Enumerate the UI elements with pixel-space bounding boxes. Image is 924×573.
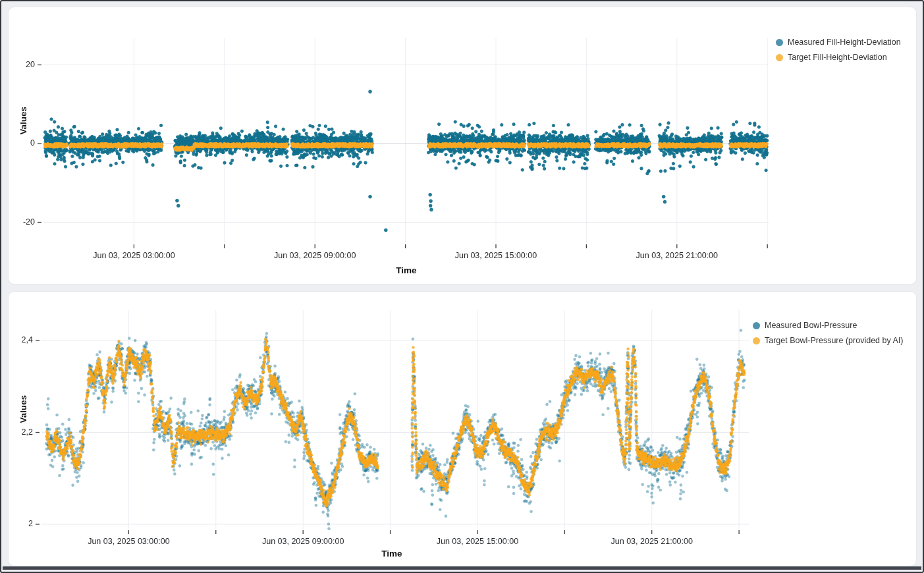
legend-item-target[interactable]: Target Bowl-Pressure (provided by AI): [753, 336, 904, 345]
bowl-pressure-chart-card: Jun 03, 2025 03:00:00Jun 03, 2025 09:00:…: [8, 291, 917, 566]
legend-item-measured[interactable]: Measured Bowl-Pressure: [753, 321, 904, 330]
x-tick-label: Jun 03, 2025 21:00:00: [636, 251, 718, 260]
legend: Measured Bowl-Pressure Target Bowl-Press…: [753, 321, 904, 345]
x-tick-label: Jun 03, 2025 09:00:00: [262, 537, 344, 546]
legend-marker-icon: [753, 337, 760, 344]
legend-label: Measured Bowl-Pressure: [765, 321, 857, 330]
x-tick-label: Jun 03, 2025 03:00:00: [88, 537, 169, 546]
legend-item-measured[interactable]: Measured Fill-Height-Deviation: [776, 38, 901, 47]
x-tick-label: Jun 03, 2025 15:00:00: [455, 251, 537, 260]
x-tick-label: Jun 03, 2025 15:00:00: [437, 537, 518, 546]
y-axis-title: Values: [18, 107, 28, 134]
y-tick-label: 2: [8, 519, 33, 528]
window-bottom-edge: [3, 566, 921, 570]
legend: Measured Fill-Height-Deviation Target Fi…: [776, 38, 901, 62]
legend-item-target[interactable]: Target Fill-Height-Deviation: [776, 53, 901, 62]
legend-marker-icon: [776, 54, 783, 61]
legend-marker-icon: [776, 39, 783, 46]
y-tick-label: 20: [8, 60, 35, 69]
x-tick-label: Jun 03, 2025 03:00:00: [93, 251, 175, 260]
x-axis-title: Time: [381, 549, 402, 559]
y-tick-label: 2,2: [8, 427, 33, 437]
x-tick-label: Jun 03, 2025 21:00:00: [611, 537, 693, 546]
x-tick-label: Jun 03, 2025 09:00:00: [274, 251, 356, 260]
legend-marker-icon: [753, 322, 760, 329]
legend-label: Target Fill-Height-Deviation: [788, 53, 887, 62]
y-tick-label: -20: [8, 217, 35, 227]
x-axis-title: Time: [396, 265, 416, 275]
y-tick-label: 0: [8, 138, 35, 148]
legend-label: Measured Fill-Height-Deviation: [788, 38, 901, 47]
y-tick-label: 2,4: [8, 335, 33, 344]
y-axis-title: Values: [18, 395, 28, 423]
fill-height-deviation-chart-card: Jun 03, 2025 03:00:00Jun 03, 2025 09:00:…: [8, 7, 917, 285]
legend-label: Target Bowl-Pressure (provided by AI): [765, 336, 904, 345]
app-window: Jun 03, 2025 03:00:00Jun 03, 2025 09:00:…: [0, 0, 924, 573]
